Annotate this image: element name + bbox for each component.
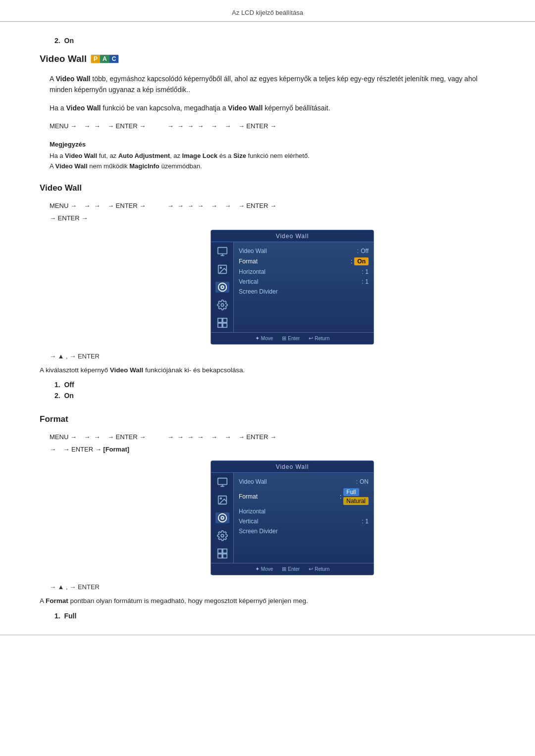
osd-icon-wall [215, 317, 229, 328]
section2-menu-path-line1: MENU → → → → ENTER → → → → → → → → ENTER… [50, 200, 495, 212]
osd-label-videowall: Video Wall [239, 248, 355, 254]
osd-icon2-display [215, 477, 229, 488]
section2-desc: A kiválasztott képernyő Video Wall funkc… [40, 365, 495, 376]
svg-point-5 [218, 283, 226, 292]
osd-row-videowall: Video Wall : Off [239, 246, 369, 256]
osd2-val-videowall: ON [360, 478, 369, 485]
svg-point-17 [218, 514, 226, 522]
section2-title: Video Wall [40, 183, 495, 193]
osd-val-videowall: Off [361, 248, 369, 254]
osd-menu-2: Video Wall : ON Format : Full Natural Ho… [234, 473, 374, 563]
item-num-1: 1. [54, 381, 60, 389]
list-item-on: 2. On [54, 392, 495, 400]
page-divider [0, 635, 535, 635]
section3-desc: A Format pontban olyan formátum is megad… [40, 596, 495, 606]
section3-menu-path-line2: → → ENTER → [Format] [50, 444, 495, 456]
section2-menu-path-line2: → ENTER → [50, 212, 495, 225]
footer-return-label: Return [315, 336, 329, 341]
osd-box-2: Video Wall [211, 460, 374, 575]
return-icon-2: ↩ [309, 566, 313, 572]
osd-row-vertical: Vertical : 1 [239, 277, 369, 287]
svg-rect-11 [222, 323, 226, 327]
svg-rect-20 [217, 549, 221, 553]
section3-menu-path: MENU → → → → ENTER → → → → → → → → ENTER… [50, 431, 495, 455]
item-num-full: 1. [54, 612, 60, 620]
section3-menu-path-line1: MENU → → → → ENTER → → → → → → → → ENTER… [50, 431, 495, 444]
svg-rect-0 [217, 248, 226, 254]
osd2-row-vertical: Vertical : 1 [239, 516, 369, 526]
osd-icon2-picture [215, 495, 229, 505]
svg-rect-8 [217, 318, 221, 322]
svg-point-7 [221, 303, 224, 306]
osd-icon-sound [215, 282, 229, 293]
section1-title: Video Wall PAC [40, 53, 495, 64]
svg-point-4 [220, 267, 221, 268]
page-header: Az LCD kijelző beállítása [0, 0, 535, 22]
intro-num: 2. [54, 37, 60, 45]
badge-p: P [91, 55, 100, 63]
osd-box-1: Video Wall [211, 230, 374, 345]
section3-arrow-enter: → ▲ , → ENTER [50, 583, 495, 591]
osd-body-2: Video Wall : ON Format : Full Natural Ho… [211, 473, 374, 563]
osd2-footer-return: ↩ Return [309, 566, 329, 572]
osd-icon-settings [215, 300, 229, 310]
osd-footer-enter: ⊞ Enter [282, 335, 300, 342]
footer2-enter-label: Enter [288, 566, 300, 572]
osd2-val-vertical: 1 [365, 518, 369, 525]
note-text1: Ha a Video Wall fut, az Auto Adjustment,… [50, 151, 495, 161]
osd2-row-horizontal: Horizontal [239, 506, 369, 516]
arrow-enter-text-3: → ▲ , → ENTER [50, 583, 100, 591]
item-on-label: On [64, 392, 73, 400]
svg-point-19 [221, 535, 224, 538]
osd2-val-full: Full [343, 488, 359, 496]
move-icon-2: ✦ [255, 566, 260, 572]
svg-point-6 [221, 286, 224, 289]
enter-icon-2: ⊞ [282, 566, 286, 572]
footer2-return-label: Return [315, 566, 329, 572]
osd-label-horizontal: Horizontal [239, 268, 360, 275]
section2-menu-path: MENU → → → → ENTER → → → → → → → → ENTER… [50, 200, 495, 224]
osd-screenshot-2: Video Wall [89, 460, 495, 575]
osd2-label-videowall: Video Wall [239, 478, 354, 485]
osd-title-1: Video Wall [211, 230, 374, 242]
osd-icon-display [215, 246, 229, 257]
osd-footer-move: ✦ Move [255, 335, 273, 342]
enter-icon: ⊞ [282, 335, 286, 342]
osd2-row-screendivider: Screen Divider [239, 526, 369, 536]
osd2-label-format: Format [239, 493, 338, 500]
move-icon: ✦ [255, 335, 260, 342]
osd-icons-1 [211, 242, 234, 332]
footer2-move-label: Move [261, 566, 273, 572]
section1-para1: A Video Wall több, egymáshoz kapcsolódó … [40, 73, 495, 96]
svg-point-16 [220, 498, 221, 500]
page-content: 2. On Video Wall PAC A Video Wall több, … [0, 37, 535, 620]
intro-numbered-item: 2. On [40, 37, 495, 45]
item-full-label: Full [64, 612, 76, 620]
osd2-footer-enter: ⊞ Enter [282, 566, 300, 572]
osd-val-horizontal: 1 [365, 268, 369, 275]
note-block: Megjegyzés Ha a Video Wall fut, az Auto … [50, 141, 495, 172]
badge-c: C [109, 55, 119, 63]
svg-rect-10 [217, 323, 221, 327]
arrow-enter-text: → ▲ , → ENTER [50, 353, 100, 360]
svg-rect-12 [217, 478, 226, 485]
osd2-row-format: Format : Full Natural [239, 487, 369, 506]
osd-label-format: Format [239, 258, 349, 265]
item-off-label: Off [64, 381, 74, 389]
osd2-label-screendivider: Screen Divider [239, 528, 369, 535]
svg-rect-23 [222, 554, 226, 558]
osd-footer-return: ↩ Return [309, 335, 329, 342]
osd-row-horizontal: Horizontal : 1 [239, 267, 369, 277]
osd-icon2-wall [215, 548, 229, 559]
osd-menu-1: Video Wall : Off Format : On Horizontal … [234, 242, 374, 332]
osd-footer-1: ✦ Move ⊞ Enter ↩ Return [211, 332, 374, 344]
osd2-row-videowall: Video Wall : ON [239, 477, 369, 487]
osd-icons-2 [211, 473, 234, 563]
note-text2: A Video Wall nem működik MagicInfo üzemm… [50, 161, 495, 172]
menu-path-text: MENU → → → → ENTER → → → → → → → → ENTER… [50, 122, 276, 130]
osd2-label-horizontal: Horizontal [239, 508, 365, 515]
svg-rect-9 [222, 318, 226, 322]
osd-icon2-sound [215, 512, 229, 523]
section1-title-text: Video Wall [40, 53, 87, 64]
osd-screenshot-1: Video Wall [89, 230, 495, 345]
